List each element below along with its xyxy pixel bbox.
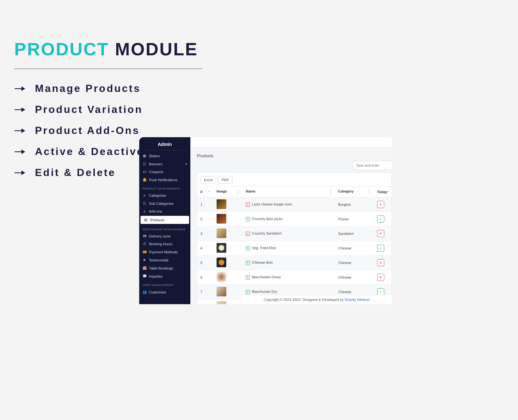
table-row: 5Chinese bhelChinese✕: [197, 256, 391, 270]
sidebar-item-customers[interactable]: 👥Customers: [139, 288, 190, 296]
cell-name: Crunchy laziz pizza: [242, 212, 335, 227]
th-category[interactable]: Category▲▼: [335, 187, 374, 197]
feature-label: Edit & Delete: [35, 167, 116, 179]
product-name: Manchurian Dry: [252, 290, 277, 293]
sidebar-section-title: RESTAURANT MANAGEMENT: [139, 225, 190, 232]
search-input[interactable]: [353, 161, 392, 170]
plus-icon: ±: [142, 209, 146, 213]
sidebar-item-push-notifications[interactable]: 🔔Push Notifications: [139, 176, 190, 184]
cell-category: Burgers: [335, 197, 374, 212]
cell-category: Chinese: [335, 241, 374, 256]
title-divider: [14, 69, 202, 69]
sidebar-item-table-bookings[interactable]: 📅Table Bookings: [139, 264, 190, 272]
cell-image: [213, 241, 242, 256]
sidebar-item-categories[interactable]: ≡Categories: [139, 192, 190, 199]
table-row: 2Crunchy laziz pizzaPizzas✓: [197, 212, 391, 227]
nonveg-icon: [246, 203, 250, 207]
status-inactive-button[interactable]: ✕: [377, 201, 384, 208]
nonveg-icon: [246, 232, 250, 236]
chat-icon: 💬: [142, 274, 146, 278]
footer: Copyright © 2021-2022. Designed & Develo…: [242, 295, 392, 304]
arrow-icon: [14, 170, 26, 176]
product-name: Laziz cheese burger ever..: [252, 202, 294, 206]
sidebar-item-label: Sliders: [149, 154, 160, 158]
veg-icon: [246, 217, 250, 221]
footer-link[interactable]: Gravity Infotech: [345, 298, 370, 302]
th-name[interactable]: Name▲▼: [242, 187, 335, 197]
cell-name: Manchurian Gravy: [242, 270, 335, 285]
sort-icon: ▲▼: [237, 189, 239, 194]
star-icon: ★: [142, 258, 146, 262]
sidebar-item-working-hours[interactable]: ⏱Working Hours: [139, 240, 190, 248]
sidebar-item-label: Coupons: [149, 170, 163, 174]
sidebar-item-label: Push Notifications: [149, 178, 177, 182]
sublist-icon: ☳: [142, 201, 146, 205]
feature-item: Manage Products: [14, 83, 202, 94]
sidebar-item-sliders[interactable]: ▦Sliders: [139, 152, 190, 160]
cell-status: ✕: [374, 197, 391, 212]
sidebar-item-label: Categories: [149, 193, 166, 197]
feature-label: Product Add-Ons: [35, 125, 140, 137]
title-rest: MODULE: [115, 39, 198, 59]
chevron-down-icon: ▾: [186, 162, 187, 166]
sidebar-item-inquiries[interactable]: 💬Inquiries: [139, 272, 190, 280]
sidebar-item-delivery-zone[interactable]: 🗺Delivery zone: [139, 232, 190, 240]
feature-label: Product Variation: [35, 104, 143, 116]
status-active-button[interactable]: ✓: [377, 245, 384, 252]
product-thumb: [217, 199, 226, 209]
status-active-button[interactable]: ✓: [377, 216, 384, 223]
th-today[interactable]: Today': [374, 187, 391, 197]
svg-marker-3: [21, 107, 25, 112]
cell-category: Sandwich: [335, 227, 374, 241]
cell-image: [213, 285, 242, 299]
cell-category: Chinese: [335, 270, 374, 285]
cell-status: ✓: [374, 212, 391, 227]
feature-item: Product Add-Ons: [14, 125, 202, 137]
cell-index: 3: [197, 227, 213, 241]
cell-index: 7: [197, 285, 213, 299]
card-icon: 💳: [142, 250, 146, 254]
export-pdf-button[interactable]: PDF: [218, 176, 232, 184]
status-inactive-button[interactable]: ✕: [377, 259, 384, 266]
sort-icon: ▲▼: [368, 189, 371, 194]
status-inactive-button[interactable]: ✕: [377, 274, 384, 281]
arrow-icon: [14, 149, 26, 155]
product-thumb: [217, 243, 226, 253]
data-card: Excel PDF #▲ Image▲▼ Name▲▼ Category▲▼ T…: [197, 172, 392, 304]
sidebar-section-title: PRODUCT MANAGEMENT: [139, 184, 190, 192]
sidebar-item-sub-categories[interactable]: ☳Sub Categories: [139, 199, 190, 207]
cell-index: 4: [197, 241, 213, 256]
search-wrap: [190, 160, 392, 172]
status-inactive-button[interactable]: ✕: [377, 230, 384, 237]
product-thumb: [217, 301, 226, 304]
status-active-button[interactable]: ✓: [377, 288, 384, 295]
sidebar-item-banners[interactable]: ☳Banners▾: [139, 160, 190, 168]
product-thumb: [217, 287, 226, 296]
svg-marker-5: [21, 128, 25, 133]
cell-status: ✕: [374, 227, 391, 241]
th-image[interactable]: Image▲▼: [213, 187, 242, 197]
sidebar-item-label: Banners: [149, 162, 162, 166]
cell-index: 8: [197, 299, 213, 304]
page-title: PRODUCT MODULE: [14, 39, 202, 60]
table-row: 4Veg. Fried RiceChinese✓: [197, 241, 391, 256]
veg-icon: [246, 290, 250, 294]
sidebar-item-label: Delivery zone: [149, 234, 171, 238]
product-name: Crunchy Sandwich: [252, 231, 282, 235]
product-name: Manchurian Gravy: [252, 275, 281, 279]
veg-icon: [246, 246, 250, 250]
tag-icon: 🏷: [142, 170, 146, 174]
sidebar-item-products[interactable]: ▤Products: [141, 216, 189, 224]
sidebar-item-payment-methods[interactable]: 💳Payment Methods: [139, 248, 190, 256]
th-index[interactable]: #▲: [197, 187, 213, 197]
export-excel-button[interactable]: Excel: [200, 176, 216, 184]
calendar-icon: 📅: [142, 266, 146, 270]
users-icon: 👥: [142, 290, 146, 294]
sidebar-item-testimonials[interactable]: ★Testimonials: [139, 256, 190, 264]
sidebar-item-add-ons[interactable]: ±Add-ons: [139, 207, 190, 215]
product-thumb: [217, 258, 226, 267]
layers-icon: ☳: [142, 162, 146, 166]
arrow-icon: [14, 106, 26, 113]
sidebar-item-coupons[interactable]: 🏷Coupons: [139, 168, 190, 176]
cell-status: ✓: [374, 241, 391, 256]
